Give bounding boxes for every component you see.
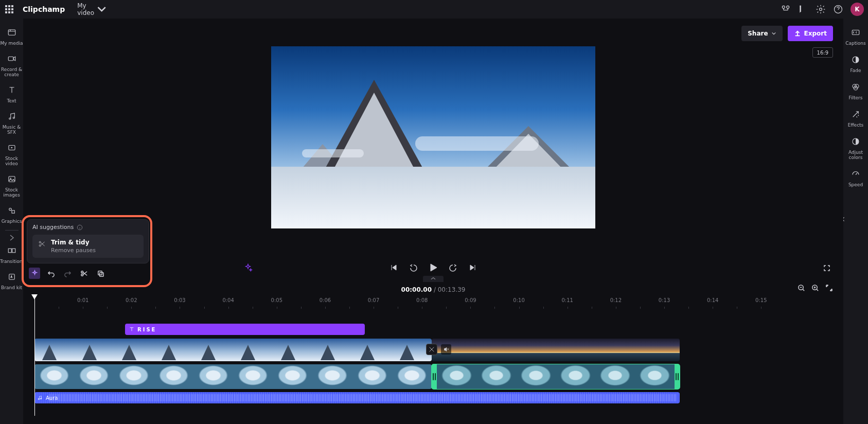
ruler-tick: 0:13 — [659, 297, 670, 303]
ruler-tick: 0:08 — [416, 297, 428, 303]
right-item-filters[interactable]: Filters — [843, 79, 868, 105]
settings-icon[interactable] — [816, 4, 826, 14]
skip-end-button[interactable] — [469, 263, 477, 273]
right-label: Captions — [843, 41, 868, 46]
app-header: Clipchamp My video K — [0, 0, 868, 19]
sidebar-item-stock-video[interactable]: Stock video — [0, 140, 23, 170]
sidebar-item-text[interactable]: Text — [0, 82, 23, 108]
play-button[interactable] — [429, 263, 438, 274]
speed-icon — [851, 169, 860, 179]
current-time: 00:00.00 — [401, 286, 432, 293]
ai-card-title: Trim & tidy — [51, 239, 96, 246]
sidebar-item-my-media[interactable]: My media — [0, 25, 23, 50]
video-track-1[interactable] — [34, 339, 832, 361]
timeline: 00:00.00 / 00:13.39 0:010:020:030:040:05… — [23, 282, 843, 424]
help-icon[interactable] — [833, 4, 843, 14]
right-item-effects[interactable]: Effects — [843, 107, 868, 133]
transition-badge[interactable] — [426, 344, 437, 355]
export-button[interactable]: Export — [788, 26, 833, 41]
right-label: Effects — [843, 122, 868, 128]
ruler-tick: 0:01 — [77, 297, 88, 303]
contrast-icon — [851, 137, 860, 146]
ruler-tick: 0:07 — [368, 297, 379, 303]
skip-start-button[interactable] — [389, 263, 398, 273]
sidebar-item-graphics[interactable]: Graphics — [0, 203, 23, 228]
sidebar-label: My media — [0, 41, 23, 46]
sidebar-divider — [5, 230, 19, 231]
redo-button[interactable] — [62, 268, 73, 279]
sidebar-item-music[interactable]: Music & SFX — [0, 109, 23, 139]
aspect-ratio-button[interactable]: 16:9 — [812, 47, 833, 58]
music-icon — [7, 112, 16, 121]
svg-rect-14 — [12, 249, 15, 253]
cc-icon — [851, 28, 860, 37]
feedback-icon[interactable] — [798, 4, 808, 14]
video-clip-b[interactable] — [432, 339, 680, 361]
fullscreen-button[interactable] — [823, 264, 831, 274]
ruler-tick: 0:15 — [755, 297, 767, 303]
title-track[interactable]: RISE — [34, 313, 832, 335]
right-item-speed[interactable]: Speed — [843, 166, 868, 192]
split-button[interactable] — [78, 268, 90, 279]
title-clip[interactable]: RISE — [125, 324, 365, 335]
video-clip-a[interactable] — [34, 339, 432, 361]
right-label: Speed — [843, 182, 868, 187]
sidebar-item-record[interactable]: Record & create — [0, 51, 23, 81]
right-item-adjust[interactable]: Adjust colors — [843, 134, 868, 165]
undo-button[interactable] — [45, 268, 57, 279]
zoom-in-icon[interactable] — [811, 284, 819, 292]
svg-rect-4 — [8, 30, 15, 36]
ai-suggestions-popup: AI suggestions Trim & tidy Remove pauses — [27, 219, 149, 263]
share-button[interactable]: Share — [741, 26, 782, 41]
zoom-fit-icon[interactable] — [825, 284, 833, 292]
clip-left-handle[interactable] — [432, 364, 437, 389]
copy-button[interactable] — [95, 268, 106, 279]
right-label: Adjust colors — [843, 150, 868, 160]
ai-suggestion-trim-tidy[interactable]: Trim & tidy Remove pauses — [32, 235, 144, 258]
camera-icon — [7, 54, 16, 63]
timeline-ruler[interactable]: 0:010:020:030:040:050:060:070:080:090:10… — [34, 297, 832, 310]
ai-sparkle-toggle[interactable] — [29, 268, 40, 279]
video-clip-c[interactable] — [34, 364, 432, 389]
step-back-button[interactable] — [409, 263, 417, 273]
top-actions: Share Export — [741, 26, 833, 41]
playhead[interactable] — [34, 297, 35, 416]
ai-sparkle-button[interactable] — [243, 263, 253, 274]
svg-rect-9 — [9, 176, 15, 182]
timeline-zoom-controls — [798, 284, 833, 292]
video-clip-d-selected[interactable] — [432, 364, 680, 389]
chevron-right-icon[interactable] — [8, 234, 16, 242]
svg-point-2 — [820, 8, 822, 11]
audio-track[interactable]: Aura — [34, 392, 832, 403]
project-title-dropdown[interactable]: My video — [77, 2, 107, 16]
sidebar-label: Stock video — [0, 156, 23, 166]
user-avatar[interactable]: K — [851, 3, 864, 16]
ruler-tick: 0:04 — [222, 297, 234, 303]
ai-suggestions-title-row: AI suggestions — [32, 224, 144, 231]
sidebar-item-brand-kit[interactable]: Brand kit — [0, 269, 23, 294]
app-launcher-icon[interactable] — [4, 4, 14, 14]
left-sidebar: My media Record & create Text Music & SF… — [0, 19, 23, 424]
info-icon[interactable] — [77, 224, 83, 231]
ruler-tick: 0:09 — [465, 297, 476, 303]
step-forward-button[interactable] — [449, 263, 457, 273]
text-icon — [129, 327, 134, 332]
video-preview[interactable] — [271, 46, 595, 228]
right-item-captions[interactable]: Captions — [843, 25, 868, 51]
zoom-out-icon[interactable] — [798, 284, 805, 292]
text-icon — [7, 85, 16, 95]
sidebar-item-transitions[interactable]: Transitions — [0, 243, 23, 268]
ruler-tick: 0:02 — [126, 297, 137, 303]
transport-controls — [389, 263, 477, 274]
header-actions: K — [781, 3, 864, 16]
audio-clip-label: Aura — [46, 395, 58, 401]
mute-icon[interactable] — [441, 344, 451, 355]
clip-right-handle[interactable] — [675, 364, 680, 389]
right-item-fade[interactable]: Fade — [843, 52, 868, 78]
audio-clip[interactable]: Aura — [34, 392, 680, 403]
upgrade-icon[interactable] — [781, 4, 791, 14]
sidebar-item-stock-images[interactable]: Stock images — [0, 171, 23, 202]
video-track-2[interactable] — [34, 364, 832, 389]
right-label: Fade — [843, 68, 868, 73]
timeline-collapse-toggle[interactable] — [423, 276, 444, 282]
